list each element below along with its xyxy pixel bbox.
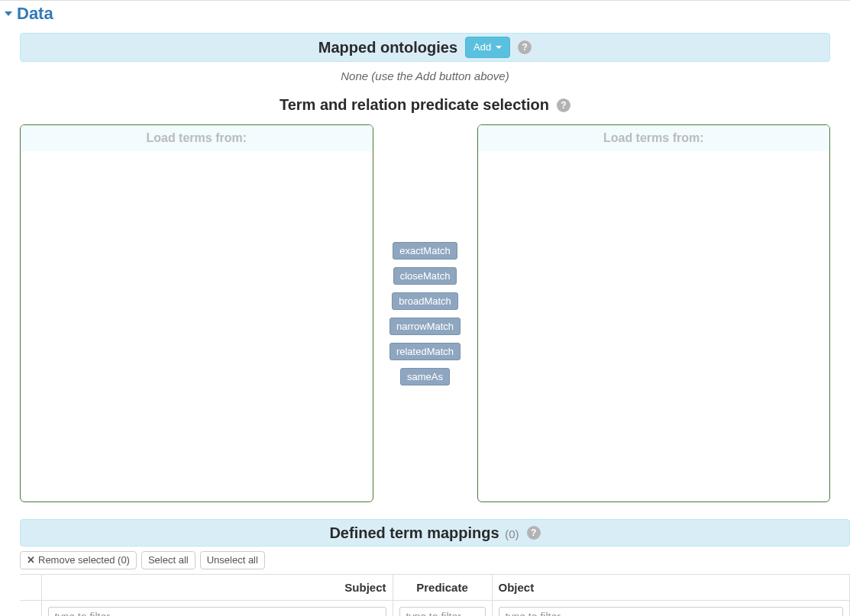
mapped-ontologies-title: Mapped ontologies — [318, 39, 457, 56]
col-object: Object — [492, 575, 850, 601]
section-toggle-data[interactable]: Data — [0, 1, 850, 27]
predicate-filter-input[interactable] — [399, 607, 486, 616]
help-icon[interactable]: ? — [527, 526, 541, 540]
object-filter-input[interactable] — [499, 607, 844, 616]
predicate-closematch[interactable]: closeMatch — [393, 267, 457, 285]
term-selection-title-row: Term and relation predicate selection ? — [20, 96, 830, 114]
right-term-box: Load terms from: — [477, 124, 831, 502]
unselect-all-button[interactable]: Unselect all — [200, 551, 265, 569]
caret-down-icon — [5, 11, 12, 16]
left-term-box-header: Load terms from: — [21, 125, 373, 151]
left-term-box: Load terms from: — [20, 124, 373, 502]
predicate-narrowmatch[interactable]: narrowMatch — [389, 318, 461, 335]
col-checkbox — [20, 575, 41, 601]
help-icon[interactable]: ? — [557, 98, 570, 112]
mapped-ontologies-heading: Mapped ontologies Add ? — [20, 33, 830, 62]
section-title: Data — [17, 4, 53, 24]
defined-mappings-heading: Defined term mappings (0) ? — [20, 519, 850, 547]
help-icon[interactable]: ? — [518, 40, 532, 54]
close-icon: ✕ — [27, 553, 35, 567]
col-predicate: Predicate — [393, 575, 492, 601]
mappings-table: Subject Predicate Object — [20, 574, 850, 616]
predicate-exactmatch[interactable]: exactMatch — [393, 242, 457, 260]
select-all-button[interactable]: Select all — [141, 551, 196, 569]
col-subject: Subject — [41, 575, 393, 601]
term-selection-title: Term and relation predicate selection — [280, 96, 549, 114]
chevron-down-icon — [496, 46, 502, 49]
defined-mappings-count: (0) — [505, 527, 519, 540]
predicate-relatedmatch[interactable]: relatedMatch — [389, 343, 461, 360]
right-term-box-header: Load terms from: — [478, 125, 830, 151]
defined-mappings-title: Defined term mappings — [329, 524, 499, 541]
predicate-sameas[interactable]: sameAs — [400, 368, 450, 385]
remove-selected-button[interactable]: ✕ Remove selected (0) — [20, 551, 137, 569]
subject-filter-input[interactable] — [48, 607, 386, 616]
predicate-broadmatch[interactable]: broadMatch — [392, 292, 458, 310]
predicate-column: exactMatch closeMatch broadMatch narrowM… — [387, 124, 464, 502]
mapped-none-text: None (use the Add button above) — [20, 69, 830, 82]
add-ontology-button[interactable]: Add — [465, 37, 510, 58]
remove-selected-label: Remove selected (0) — [38, 553, 130, 567]
add-ontology-label: Add — [473, 40, 491, 54]
